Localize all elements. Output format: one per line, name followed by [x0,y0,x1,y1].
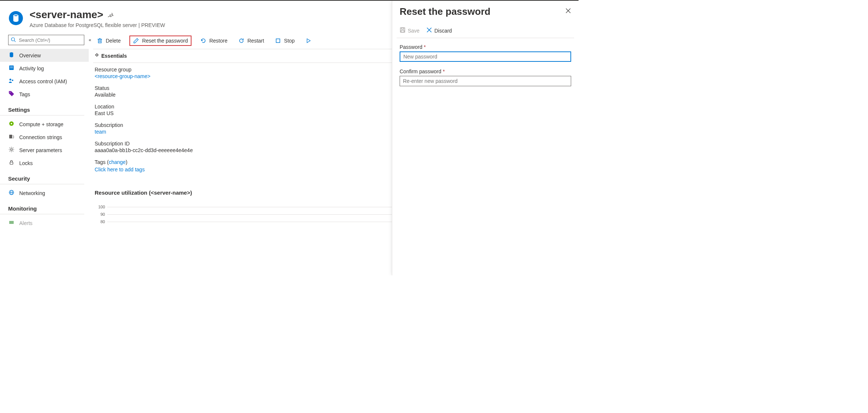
activity-log-icon [8,65,15,72]
chart-tick: 80 [95,219,107,224]
title-block: <server-name> Azure Database for Postgre… [30,9,165,28]
confirm-password-label: Confirm password [400,68,441,74]
chevron-up-icon [95,53,99,59]
sidebar-item-tags[interactable]: Tags [0,88,89,101]
delete-button[interactable]: Delete [95,36,123,45]
sidebar: « Overview Activity log Access control (… [0,33,89,229]
sidebar-item-locks[interactable]: Locks [0,157,89,169]
svg-rect-3 [10,67,13,67]
tags-prefix: Tags ( [95,159,109,165]
stop-button[interactable]: Stop [273,36,297,45]
sidebar-item-label: Tags [19,91,30,97]
restart-label: Restart [247,38,264,44]
svg-rect-28 [401,30,404,32]
sidebar-item-connection-strings[interactable]: Connection strings [0,131,89,144]
svg-point-9 [11,123,12,124]
tags-icon [8,91,15,98]
iam-icon [8,78,15,85]
restart-icon [238,38,244,44]
sidebar-search-input[interactable] [18,37,82,43]
svg-rect-22 [276,39,280,43]
sidebar-item-label: Access control (IAM) [19,78,67,84]
svg-point-11 [11,149,13,151]
sidebar-item-compute-storage[interactable]: Compute + storage [0,118,89,131]
restore-icon [200,38,206,44]
save-button: Save [400,27,420,34]
play-icon [306,38,311,44]
essentials-header-label: Essentials [101,53,127,59]
connection-strings-icon [8,134,15,141]
sidebar-item-iam[interactable]: Access control (IAM) [0,75,89,88]
svg-rect-10 [9,135,12,138]
postgresql-icon [9,11,23,25]
svg-point-5 [10,79,11,81]
required-indicator: * [424,44,425,50]
svg-rect-4 [10,68,13,68]
reset-password-panel: Reset the password Save Discard Password [392,1,579,275]
svg-rect-16 [9,221,14,224]
sidebar-search[interactable] [8,35,84,45]
reset-password-label: Reset the password [142,38,188,44]
tags-suffix: ) [126,159,128,165]
edit-icon [133,38,139,44]
gear-icon [8,147,15,154]
password-field-block: Password * [400,44,571,62]
sidebar-item-networking[interactable]: Networking [0,187,89,199]
overview-icon [8,52,15,59]
discard-button[interactable]: Discard [426,27,452,34]
sidebar-item-label: Alerts [19,220,33,226]
sidebar-item-label: Activity log [19,66,44,71]
chart-tick: 100 [95,205,107,209]
restore-button[interactable]: Restore [198,36,230,45]
sidebar-item-label: Connection strings [19,134,62,140]
svg-point-7 [10,92,10,93]
reset-password-button[interactable]: Reset the password [129,36,191,46]
save-label: Save [408,28,420,34]
restore-label: Restore [209,38,227,44]
stop-icon [275,38,281,44]
trash-icon [97,38,103,44]
sidebar-item-overview[interactable]: Overview [0,49,89,62]
confirm-password-input[interactable] [400,76,571,86]
compute-icon [8,121,15,128]
svg-rect-27 [401,28,404,29]
svg-rect-17 [98,39,101,43]
start-button[interactable] [304,36,313,45]
svg-line-1 [14,40,16,42]
lock-icon [8,160,15,167]
password-label: Password [400,44,422,50]
discard-label: Discard [434,28,452,34]
sidebar-section-settings: Settings [0,101,84,115]
tags-change-link[interactable]: change [109,159,126,165]
sidebar-item-label: Locks [19,160,33,166]
stop-label: Stop [284,38,295,44]
save-icon [400,27,406,34]
sidebar-section-security: Security [0,169,84,184]
sidebar-section-monitoring: Monitoring [0,199,84,214]
search-icon [11,37,16,43]
sidebar-item-label: Networking [19,190,45,196]
restart-button[interactable]: Restart [236,36,266,45]
svg-point-6 [12,80,13,81]
close-icon[interactable] [565,8,571,16]
svg-rect-12 [10,162,13,164]
resource-subtitle: Azure Database for PostgreSQL flexible s… [30,22,165,28]
password-input[interactable] [400,51,571,62]
alerts-icon [8,219,15,226]
svg-point-0 [11,37,15,41]
required-indicator: * [443,68,445,74]
delete-label: Delete [106,38,121,44]
sidebar-item-server-parameters[interactable]: Server parameters [0,144,89,157]
sidebar-item-label: Server parameters [19,147,62,153]
sidebar-item-alerts[interactable]: Alerts [0,216,89,229]
networking-icon [8,189,15,197]
svg-marker-23 [307,39,311,43]
server-name-title: <server-name> [30,9,103,20]
sidebar-item-activity-log[interactable]: Activity log [0,62,89,75]
chart-tick: 90 [95,212,107,216]
confirm-password-field-block: Confirm password * [400,68,571,86]
sidebar-item-label: Compute + storage [19,121,63,127]
pin-icon[interactable] [108,9,113,20]
sidebar-item-label: Overview [19,53,41,58]
discard-icon [426,27,432,34]
